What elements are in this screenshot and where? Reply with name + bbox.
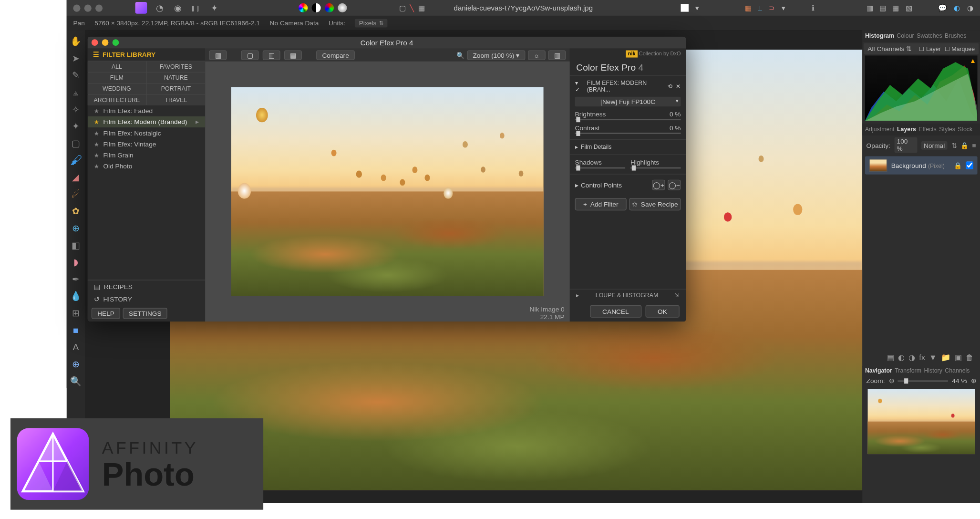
distribute-icon[interactable]: ▧: [906, 4, 912, 12]
dialog-window-controls[interactable]: [92, 39, 119, 46]
tab-transform[interactable]: Transform: [895, 367, 921, 374]
panel-right-icon[interactable]: ▥: [548, 50, 566, 60]
layer-background[interactable]: Background (Pixel) 🔒: [865, 156, 978, 174]
zoom-tool-icon[interactable]: 🔍: [69, 374, 83, 388]
marquee-icon[interactable]: ▢: [399, 4, 406, 12]
preview-image-container[interactable]: Nik Image 0 22.1 MP: [205, 62, 569, 322]
star-icon[interactable]: ★: [94, 152, 99, 159]
info-icon[interactable]: ℹ: [812, 4, 814, 12]
cancel-button[interactable]: CANCEL: [590, 305, 641, 318]
color-picker-icon[interactable]: ✎: [69, 68, 83, 82]
dropdown-icon[interactable]: ▾: [695, 4, 699, 12]
layout-icon[interactable]: ▥: [867, 4, 873, 12]
cat-favorites[interactable]: FAVORITES: [147, 62, 206, 72]
tab-adjustment[interactable]: Adjustment: [865, 126, 895, 133]
channel-dropdown[interactable]: All Channels ⇅: [867, 45, 911, 52]
tab-effects[interactable]: Effects: [918, 126, 936, 133]
filter-item[interactable]: ★Film Efex: Nostalgic: [88, 127, 206, 138]
reset-icon[interactable]: ⟲: [668, 83, 673, 90]
single-view-icon[interactable]: ▢: [241, 50, 259, 60]
marquee-tool-icon[interactable]: ▢: [69, 136, 83, 150]
tab-brushes[interactable]: Brushes: [945, 33, 966, 40]
star-icon[interactable]: ★: [94, 119, 99, 125]
tone-map-persona-icon[interactable]: ⫿⫿: [190, 2, 202, 14]
cat-travel[interactable]: TRAVEL: [147, 95, 206, 105]
ok-button[interactable]: OK: [645, 305, 680, 318]
filter-section-header[interactable]: ▾ ✓ FILM EFEX: MODERN (BRAN... ⟲ ✕: [575, 78, 681, 94]
star-icon[interactable]: ★: [94, 141, 99, 147]
close-icon[interactable]: [92, 39, 98, 46]
heal-tool-icon[interactable]: ✿: [69, 204, 83, 218]
blend-mode-select[interactable]: Normal: [921, 141, 948, 149]
hand-tool-icon[interactable]: ✋: [69, 34, 83, 48]
shadows-slider[interactable]: [575, 167, 625, 169]
zoom-search-icon[interactable]: 🔍: [456, 52, 464, 59]
crop-tool-icon[interactable]: ⟁: [69, 85, 83, 99]
highlights-slider[interactable]: [630, 167, 681, 169]
panel-toggle-icon[interactable]: ▥: [209, 50, 227, 60]
compare-button[interactable]: Compare: [316, 50, 355, 60]
maximize-icon[interactable]: [113, 39, 119, 46]
minimize-icon[interactable]: [102, 39, 109, 46]
star-icon[interactable]: ★: [94, 163, 99, 170]
mesh-tool-icon[interactable]: ⊞: [69, 306, 83, 320]
zoom-slider[interactable]: [898, 380, 948, 382]
help-icon[interactable]: ◑: [967, 4, 974, 12]
marquee-checkbox[interactable]: ☐ Marquee: [945, 45, 975, 52]
cat-film[interactable]: FILM: [88, 73, 146, 83]
clone-tool-icon[interactable]: ⊕: [69, 221, 83, 235]
cp-add-minus-icon[interactable]: ◯ −: [668, 180, 681, 190]
text-tool-icon[interactable]: A: [69, 340, 83, 354]
window-controls[interactable]: [73, 4, 103, 11]
fill-tool-icon[interactable]: ◢: [69, 170, 83, 184]
export-persona-icon[interactable]: ✦: [208, 2, 220, 14]
erase-tool-icon[interactable]: ◧: [69, 238, 83, 252]
tab-histogram[interactable]: Histogram: [865, 33, 894, 40]
dialog-titlebar[interactable]: Color Efex Pro 4: [88, 37, 686, 49]
move-tool-icon[interactable]: ➤: [69, 51, 83, 65]
preset-select[interactable]: [New] Fuji FP100C: [575, 97, 681, 107]
lens-icon[interactable]: [338, 3, 347, 12]
flood-select-icon[interactable]: ✦: [69, 119, 83, 133]
opacity-value[interactable]: 100 %: [894, 137, 917, 153]
remove-icon[interactable]: ✕: [676, 83, 681, 90]
contrast-slider[interactable]: [575, 133, 681, 134]
zoom-value[interactable]: 44 %: [952, 377, 967, 384]
bw-icon[interactable]: [311, 3, 320, 12]
mask-icon[interactable]: ◐: [898, 353, 905, 362]
star-icon[interactable]: ★: [94, 130, 99, 136]
history-button[interactable]: ↺HISTORY: [88, 293, 206, 305]
align-icon[interactable]: ▦: [892, 4, 899, 12]
fx-icon[interactable]: fx: [919, 353, 925, 362]
cat-architecture[interactable]: ARCHITECTURE: [88, 95, 146, 105]
quick-mask-icon[interactable]: ╲: [410, 4, 414, 12]
photo-persona-icon[interactable]: [135, 2, 147, 14]
shape-tool-icon[interactable]: ■: [69, 323, 83, 337]
tab-navigator[interactable]: Navigator: [865, 367, 892, 374]
filter-item[interactable]: ★Film Efex: Faded: [88, 105, 206, 116]
close-icon[interactable]: [73, 4, 80, 11]
adjustment-icon[interactable]: ◑: [908, 353, 915, 362]
dodge-tool-icon[interactable]: ◗: [69, 255, 83, 269]
pin-icon[interactable]: ▾: [782, 4, 785, 12]
blur-tool-icon[interactable]: 💧: [69, 289, 83, 303]
filter-item[interactable]: ★Film Efex: Vintage: [88, 138, 206, 149]
filter-item[interactable]: ★Old Photo: [88, 161, 206, 172]
bg-toggle-icon[interactable]: ☼: [528, 50, 546, 60]
navigator-thumbnail[interactable]: [867, 389, 975, 454]
filter-item[interactable]: ★Film Efex: Modern (Branded)▸: [88, 116, 206, 127]
settings-button[interactable]: SETTINGS: [123, 308, 167, 319]
side-view-icon[interactable]: ▤: [284, 50, 302, 60]
pin-icon[interactable]: ⇲: [674, 292, 680, 299]
live-filter-icon[interactable]: ▼: [929, 353, 937, 362]
channels-icon[interactable]: [325, 3, 334, 12]
cat-all[interactable]: ALL: [88, 62, 146, 72]
zoom-out-icon[interactable]: ⊖: [889, 377, 894, 384]
color-wheel-icon[interactable]: [299, 3, 308, 12]
tab-stock[interactable]: Stock: [958, 126, 972, 133]
cat-nature[interactable]: NATURE: [147, 73, 206, 83]
tab-history[interactable]: History: [924, 367, 942, 374]
maximize-icon[interactable]: [95, 4, 103, 11]
liquify-persona-icon[interactable]: ◔: [154, 2, 165, 14]
account-icon[interactable]: ◐: [954, 4, 960, 12]
